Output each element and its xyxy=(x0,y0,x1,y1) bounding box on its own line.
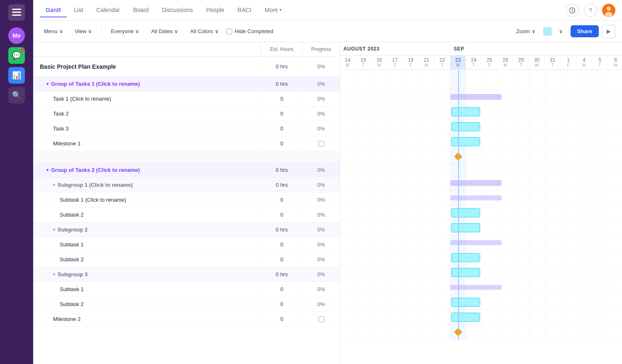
tab-list[interactable]: List xyxy=(68,3,89,17)
table-row: ▾ Group of Tasks 1 (Click to rename) 0 h… xyxy=(33,77,340,92)
task-name-subtask6[interactable]: Subtask 2 xyxy=(33,298,261,311)
tab-calendar[interactable]: Calendar xyxy=(90,3,126,17)
gantt-cell xyxy=(482,325,498,340)
view-button[interactable]: View ∨ xyxy=(71,26,97,37)
gantt-cell xyxy=(356,220,372,235)
task-progress-task2: 0% xyxy=(302,107,340,120)
user-profile-avatar[interactable] xyxy=(602,4,615,17)
gantt-cell xyxy=(498,220,513,235)
task-name-subgroup3[interactable]: ▾ Subgroup 3 xyxy=(33,268,261,281)
user-avatar[interactable]: Me xyxy=(8,27,25,44)
gantt-row-8 xyxy=(340,190,622,205)
task-progress-subtask3: 0% xyxy=(302,238,340,251)
gantt-cell xyxy=(435,119,450,134)
gantt-cell xyxy=(419,176,435,190)
task-hours-task1: 0 xyxy=(261,92,302,105)
gantt-cell xyxy=(435,265,450,280)
task-progress-task1: 0% xyxy=(302,92,340,105)
gantt-panel: AUGUST 2023 SEP 14M15T16W17T18F21M22T23W… xyxy=(340,42,622,364)
task-progress-milestone2 xyxy=(302,313,340,325)
table-row: Basic Project Plan Example 0 hrs 0% xyxy=(33,57,340,77)
gantt-cell xyxy=(435,310,450,325)
gantt-cell xyxy=(561,250,576,265)
tab-people[interactable]: People xyxy=(200,3,230,17)
gantt-cell xyxy=(576,176,592,190)
gantt-cell xyxy=(403,104,419,119)
task-name-task1[interactable]: Task 1 (Click to rename) xyxy=(33,92,261,105)
tab-more[interactable]: More ▾ xyxy=(259,3,287,17)
gantt-row-1 xyxy=(340,89,622,104)
milestone2-checkbox[interactable] xyxy=(318,316,324,322)
gantt-cell xyxy=(466,104,482,119)
task-name-project[interactable]: Basic Project Plan Example xyxy=(33,60,261,73)
all-dates-button[interactable]: All Dates ∨ xyxy=(147,26,182,37)
gantt-cell xyxy=(545,280,561,295)
gantt-cell xyxy=(356,280,372,295)
gantt-cell xyxy=(482,104,498,119)
gantt-cell xyxy=(576,280,592,295)
task-name-subtask2[interactable]: Subtask 2 xyxy=(33,208,261,221)
task-name-subtask3[interactable]: Subtask 1 xyxy=(33,238,261,251)
tab-raci[interactable]: RACI xyxy=(232,3,257,17)
gantt-cell xyxy=(561,325,576,340)
zoom-button[interactable]: Zoom ∨ xyxy=(512,26,540,37)
task-name-task2[interactable]: Task 2 xyxy=(33,107,261,120)
task-name-group1[interactable]: ▾ Group of Tasks 1 (Click to rename) xyxy=(33,77,261,90)
play-button[interactable]: ▶ xyxy=(602,25,615,38)
logo[interactable] xyxy=(8,4,25,21)
gantt-cell xyxy=(576,70,592,89)
search-nav-icon[interactable]: 🔍 xyxy=(8,87,25,104)
task-name-subgroup1[interactable]: ▾ Subgroup 1 (Click to rename) xyxy=(33,178,261,191)
task-name-subgroup2[interactable]: ▾ Subgroup 2 xyxy=(33,223,261,236)
gantt-cell xyxy=(403,310,419,325)
task-name-group2[interactable]: ▾ Group of Tasks 2 (Click to rename) xyxy=(33,164,261,176)
gantt-cell xyxy=(403,325,419,340)
milestone-checkbox[interactable] xyxy=(318,141,324,147)
gantt-cell xyxy=(482,134,498,149)
task-hours-group1: 0 hrs xyxy=(261,77,302,90)
gantt-cell xyxy=(387,190,403,205)
gantt-cell xyxy=(340,325,356,340)
gantt-cell xyxy=(608,104,622,119)
gantt-cell xyxy=(372,149,387,164)
gantt-cell xyxy=(466,325,482,340)
gantt-cell xyxy=(340,70,356,89)
gantt-cell xyxy=(576,325,592,340)
gantt-chart: AUGUST 2023 SEP 14M15T16W17T18F21M22T23W… xyxy=(340,42,622,340)
task-name-milestone2[interactable]: Milestone 2 xyxy=(33,313,261,325)
gantt-cell xyxy=(592,220,608,235)
gantt-row-6 xyxy=(340,164,622,176)
menu-button[interactable]: Menu ∨ xyxy=(40,26,68,37)
gantt-cell xyxy=(403,235,419,250)
everyone-button[interactable]: Everyone ∨ xyxy=(107,26,143,37)
task-hours-project: 0 hrs xyxy=(261,60,302,73)
tab-board[interactable]: Board xyxy=(127,3,154,17)
task-hours-milestone2: 0 xyxy=(261,313,302,325)
gantt-cell xyxy=(545,295,561,310)
analytics-nav-icon[interactable]: 📊 xyxy=(8,67,25,84)
zoom-color-indicator[interactable] xyxy=(543,27,552,36)
task-name-milestone1[interactable]: Milestone 1 xyxy=(33,137,261,150)
gantt-cell xyxy=(466,310,482,325)
gantt-cell xyxy=(529,134,545,149)
tab-gantt[interactable]: Gantt xyxy=(40,3,67,17)
task-hours-subtask2: 0 xyxy=(261,208,302,221)
gantt-cell xyxy=(545,235,561,250)
gantt-cell xyxy=(403,190,419,205)
task-name-subtask5[interactable]: Subtask 1 xyxy=(33,283,261,296)
tab-discussions[interactable]: Discussions xyxy=(156,3,199,17)
gantt-cell xyxy=(608,250,622,265)
timer-icon-button[interactable] xyxy=(566,4,579,17)
top-navigation: Gantt List Calendar Board Discussions Pe… xyxy=(33,0,622,21)
task-name-subtask1[interactable]: Subtask 1 (Click to rename) xyxy=(33,193,261,206)
all-colors-button[interactable]: All Colors ∨ xyxy=(186,26,223,37)
help-icon-button[interactable]: ? xyxy=(584,4,597,17)
gantt-cell xyxy=(498,205,513,220)
share-button[interactable]: Share xyxy=(571,25,599,37)
color-picker-arrow[interactable]: ∨ xyxy=(555,26,567,37)
chat-nav-icon[interactable]: 💬 xyxy=(8,47,25,64)
task-name-task3[interactable]: Task 3 xyxy=(33,122,261,135)
hide-completed-checkbox[interactable] xyxy=(226,29,232,34)
task-name-subtask4[interactable]: Subtask 2 xyxy=(33,253,261,266)
gantt-cell xyxy=(529,149,545,164)
